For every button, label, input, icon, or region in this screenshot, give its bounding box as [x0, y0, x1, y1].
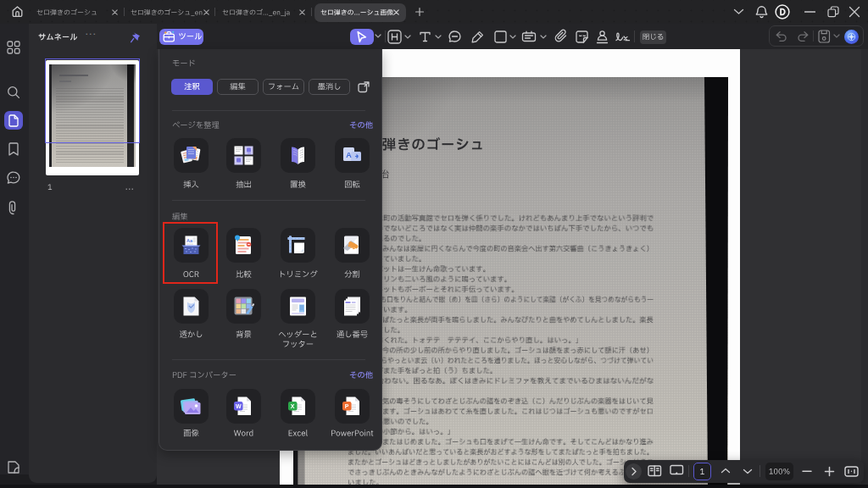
- svg-text:A: A: [346, 151, 352, 159]
- svg-text:X: X: [291, 403, 295, 409]
- svg-text:P: P: [345, 403, 349, 409]
- svg-text:W: W: [236, 403, 242, 409]
